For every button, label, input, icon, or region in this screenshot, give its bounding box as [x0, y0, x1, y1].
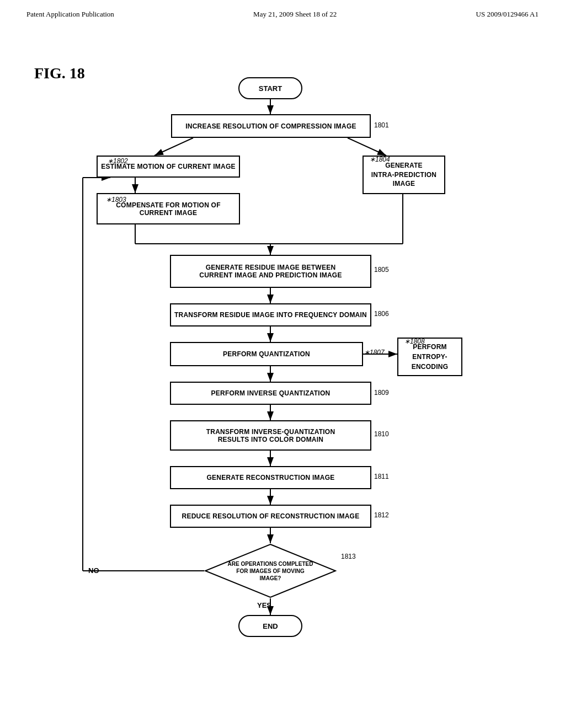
header-right: US 2009/0129466 A1 — [476, 10, 539, 19]
svg-line-2 — [154, 138, 193, 156]
header-left: Patent Application Publication — [26, 10, 114, 19]
label-1810: 1810 — [374, 430, 389, 438]
page-header: Patent Application Publication May 21, 2… — [0, 0, 565, 23]
label-1813: 1813 — [341, 553, 356, 560]
label-1811: 1811 — [374, 473, 389, 480]
header-middle: May 21, 2009 Sheet 18 of 22 — [253, 10, 337, 19]
end-node: END — [238, 615, 302, 637]
box-1811: GENERATE RECONSTRUCTION IMAGE — [170, 466, 371, 489]
diagram-area: FIG. 18 — [0, 23, 565, 718]
box-1806: TRANSFORM RESIDUE IMAGE INTO FREQUENCY D… — [170, 303, 371, 326]
start-node: START — [238, 77, 302, 99]
box-1807: PERFORM QUANTIZATION — [170, 342, 363, 366]
figure-label: FIG. 18 — [34, 65, 85, 82]
svg-line-3 — [348, 138, 386, 156]
box-1810: TRANSFORM INVERSE-QUANTIZATION RESULTS I… — [170, 420, 371, 451]
label-1801: 1801 — [374, 121, 389, 129]
box-1812: REDUCE RESOLUTION OF RECONSTRUCTION IMAG… — [170, 505, 371, 528]
box-1809: PERFORM INVERSE QUANTIZATION — [170, 382, 371, 405]
label-1812: 1812 — [374, 511, 389, 519]
label-1803: ∗1803 — [106, 196, 126, 204]
label-1802: ∗1802 — [108, 157, 128, 165]
label-1808: ∗1808 — [404, 338, 425, 345]
no-label: NO — [88, 566, 99, 575]
label-1806: 1806 — [374, 310, 389, 318]
label-1804: ∗1804 — [370, 156, 390, 163]
box-1801: INCREASE RESOLUTION OF COMPRESSION IMAGE — [171, 114, 371, 138]
diamond-1813: ARE OPERATIONS COMPLETED FOR IMAGES OF M… — [204, 543, 337, 598]
box-1805: GENERATE RESIDUE IMAGE BETWEEN CURRENT I… — [170, 255, 371, 288]
yes-label: YES — [257, 601, 271, 609]
label-1809: 1809 — [374, 389, 389, 397]
label-1807: ∗1807 — [364, 349, 385, 356]
label-1805: 1805 — [374, 266, 389, 274]
